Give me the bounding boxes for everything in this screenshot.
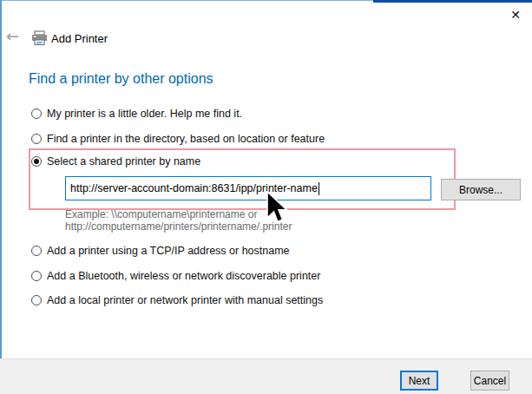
radio-option-older-printer[interactable]: My printer is a little older. Help me fi… (31, 108, 242, 120)
radio-option-label: Find a printer in the directory, based o… (47, 133, 325, 145)
radio-option-bluetooth[interactable]: Add a Bluetooth, wireless or network dis… (31, 270, 320, 282)
printer-url-input[interactable]: http://server-account-domain:8631/ipp/pr… (65, 176, 431, 200)
window-border-top-accent (373, 0, 532, 3)
back-arrow-icon[interactable]: ← (6, 28, 19, 45)
example-line-2: http://computername/printers/printername… (65, 220, 292, 233)
printer-url-value: http://server-account-domain:8631/ipp/pr… (70, 182, 318, 194)
radio-option-label: Add a local printer or network printer w… (47, 294, 323, 306)
radio-option-label: Add a Bluetooth, wireless or network dis… (47, 270, 320, 282)
text-caret (319, 182, 319, 195)
printer-icon (31, 30, 49, 49)
radio-option-local-manual[interactable]: Add a local printer or network printer w… (31, 294, 323, 306)
example-hint: Example: \\computername\printername orht… (65, 208, 292, 233)
browse-button[interactable]: Browse... (441, 179, 521, 200)
section-heading: Find a printer by other options (29, 71, 213, 87)
next-button[interactable]: Next (400, 371, 438, 391)
dialog-footer (0, 358, 532, 394)
radio-option-label: Select a shared printer by name (47, 155, 200, 167)
close-icon[interactable]: ✕ (506, 6, 525, 23)
example-line-1: Example: \\computername\printername or (65, 208, 257, 220)
radio-option-tcpip[interactable]: Add a printer using a TCP/IP address or … (31, 245, 290, 257)
radio-option-find-directory[interactable]: Find a printer in the directory, based o… (31, 133, 325, 145)
cancel-button[interactable]: Cancel (470, 371, 509, 391)
radio-icon[interactable] (31, 108, 42, 119)
radio-icon[interactable] (31, 271, 42, 281)
radio-icon[interactable] (31, 246, 42, 256)
radio-option-shared-printer[interactable]: Select a shared printer by name (31, 155, 200, 167)
add-printer-dialog: ✕ ← Add Printer Find a printer by other … (0, 0, 532, 394)
radio-option-label: My printer is a little older. Help me fi… (47, 108, 242, 120)
window-border-left (0, 0, 2, 394)
page-title: Add Printer (51, 32, 108, 45)
radio-icon[interactable] (31, 295, 42, 305)
radio-icon[interactable] (31, 134, 42, 144)
radio-option-label: Add a printer using a TCP/IP address or … (47, 245, 290, 257)
radio-selected-icon[interactable] (31, 156, 42, 167)
